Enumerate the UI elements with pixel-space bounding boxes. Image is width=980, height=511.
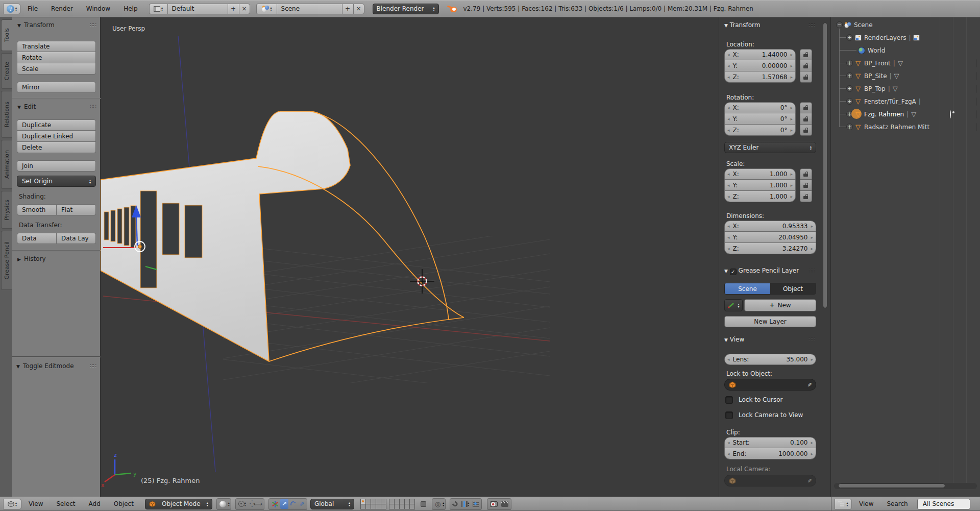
outliner-row-scene[interactable]: − Scene bbox=[831, 18, 980, 31]
menu-file[interactable]: File bbox=[21, 5, 44, 12]
tab-tools[interactable]: Tools bbox=[1, 19, 12, 51]
scale-manipulator-button[interactable]: ⇗ bbox=[298, 499, 306, 509]
render-engine-select[interactable]: Blender Render▴▾ bbox=[373, 4, 439, 14]
rotation-z-lock-button[interactable] bbox=[800, 125, 812, 136]
outliner-row-fenster-tuer[interactable]: + ▽ Fenster/Tür_FzgA | bbox=[831, 95, 980, 108]
render-toggle[interactable] bbox=[976, 85, 977, 92]
scale-x-lock-button[interactable] bbox=[800, 168, 812, 180]
3d-viewport[interactable]: z y x User Persp (25) Fzg. Rahmen bbox=[101, 17, 719, 497]
mirror-button[interactable]: Mirror bbox=[17, 82, 96, 93]
expand-icon[interactable]: + bbox=[846, 72, 853, 79]
opengl-render-image-button[interactable] bbox=[488, 499, 499, 509]
panel-grip[interactable]: ∷∷ bbox=[808, 21, 815, 28]
renderlayer-toggle-icon[interactable] bbox=[913, 35, 920, 41]
lock-to-object-field[interactable]: ✎ bbox=[724, 379, 816, 391]
tab-grease-pencil[interactable]: Grease Pencil bbox=[1, 231, 12, 290]
rotation-y-lock-button[interactable] bbox=[800, 113, 812, 125]
outliner-row-bp-top[interactable]: + ▽ BP_Top |▽ bbox=[831, 82, 980, 95]
gp-new-button[interactable]: +New bbox=[744, 299, 816, 311]
scale-z-field[interactable]: ◂Z:1.000▸ bbox=[724, 191, 796, 202]
duplicate-linked-button[interactable]: Duplicate Linked bbox=[17, 131, 96, 142]
render-toggle[interactable] bbox=[976, 111, 977, 118]
menu-window[interactable]: Window bbox=[80, 5, 116, 12]
grease-pencil-panel-header[interactable]: ▼ ✓ Grease Pencil Layer bbox=[724, 267, 799, 275]
expand-icon[interactable]: + bbox=[846, 85, 853, 92]
properties-scrollbar-thumb[interactable] bbox=[823, 22, 827, 308]
location-y-lock-button[interactable] bbox=[800, 60, 812, 71]
tab-create[interactable]: Create bbox=[1, 53, 12, 89]
layer-buttons[interactable] bbox=[360, 499, 415, 509]
shade-smooth-button[interactable]: Smooth bbox=[17, 204, 57, 215]
duplicate-button[interactable]: Duplicate bbox=[17, 119, 96, 131]
outliner-row-radsatz[interactable]: + ▽ Radsatz Rahmen Mitt bbox=[831, 120, 980, 133]
rotate-manipulator-button[interactable] bbox=[289, 499, 298, 509]
outliner-hscrollbar-thumb[interactable] bbox=[838, 483, 945, 488]
rotation-mode-select[interactable]: XYZ Euler▴▾ bbox=[724, 142, 816, 153]
delete-screen-layout-button[interactable]: × bbox=[239, 4, 250, 14]
local-camera-field[interactable]: ✎ bbox=[724, 475, 816, 486]
rotation-y-field[interactable]: ◂Y:0°▸ bbox=[724, 113, 796, 125]
tab-animation[interactable]: Animation bbox=[1, 140, 12, 189]
clip-end-field[interactable]: ◂End:1000.000▸ bbox=[724, 448, 816, 459]
location-z-field[interactable]: ◂Z:1.57068▸ bbox=[724, 71, 796, 83]
edit-panel-header[interactable]: ▼Edit bbox=[17, 103, 36, 110]
manipulator-toggle[interactable] bbox=[270, 499, 280, 509]
snap-toggle[interactable] bbox=[451, 499, 459, 509]
lens-field[interactable]: ◂Lens:35.000▸ bbox=[724, 354, 816, 365]
outliner-row-bp-site[interactable]: + ▽ BP_Site |▽ bbox=[831, 69, 980, 82]
location-y-field[interactable]: ◂Y:0.00000▸ bbox=[724, 60, 796, 71]
pivot-align-toggle[interactable]: ⁛⟷ bbox=[248, 499, 263, 509]
delete-scene-button[interactable]: × bbox=[353, 4, 364, 14]
outliner-row-bp-front[interactable]: + ▽ BP_Front |▽ bbox=[831, 57, 980, 69]
pivot-point-select[interactable]: ▴▾ bbox=[237, 499, 248, 509]
data-transfer-layout-button[interactable]: Data Lay bbox=[57, 233, 96, 244]
expand-icon[interactable]: + bbox=[846, 124, 853, 130]
panel-grip[interactable]: ∷∷ bbox=[90, 362, 96, 369]
rotation-z-field[interactable]: ◂Z:0°▸ bbox=[724, 125, 796, 136]
panel-grip[interactable]: ∷∷ bbox=[90, 21, 96, 28]
expand-icon[interactable]: + bbox=[846, 60, 853, 66]
set-origin-menu[interactable]: Set Origin▴▾ bbox=[17, 176, 96, 187]
lock-to-cursor-checkbox[interactable] bbox=[725, 396, 733, 404]
outliner-row-world[interactable]: World bbox=[831, 44, 980, 57]
dimensions-y-field[interactable]: ◂Y:20.04950▸ bbox=[724, 232, 816, 243]
translate-manipulator-button[interactable]: ↗ bbox=[280, 499, 288, 509]
add-scene-button[interactable]: + bbox=[342, 4, 353, 14]
transform-orientation-select[interactable]: Global▴▾ bbox=[310, 499, 354, 509]
rotate-button[interactable]: Rotate bbox=[17, 52, 96, 63]
location-x-lock-button[interactable] bbox=[800, 49, 812, 60]
screen-layout-name-field[interactable]: Default bbox=[167, 4, 228, 14]
redo-panel-header[interactable]: ▼Toggle Editmode bbox=[16, 362, 74, 370]
scale-y-lock-button[interactable] bbox=[800, 180, 812, 191]
location-z-lock-button[interactable] bbox=[800, 71, 812, 83]
delete-button[interactable]: Delete bbox=[17, 142, 96, 153]
outliner-display-filter[interactable]: All Scenes bbox=[917, 499, 970, 509]
add-screen-layout-button[interactable]: + bbox=[228, 4, 239, 14]
expand-icon[interactable]: + bbox=[846, 34, 853, 41]
eyedropper-icon[interactable]: ✎ bbox=[806, 478, 813, 483]
menu-help[interactable]: Help bbox=[117, 5, 143, 12]
scale-y-field[interactable]: ◂Y:1.000▸ bbox=[724, 180, 796, 191]
rotation-x-lock-button[interactable] bbox=[800, 102, 812, 113]
transform-panel-header[interactable]: ▼Transform bbox=[17, 21, 55, 29]
proportional-edit-select[interactable]: ◎▴▾ bbox=[432, 498, 446, 510]
panel-grip[interactable]: ∷∷ bbox=[808, 267, 815, 274]
render-toggle[interactable] bbox=[976, 60, 977, 67]
transform-panel-header[interactable]: ▼ Transform bbox=[724, 21, 760, 29]
editor-type-selector[interactable]: ▴▾ bbox=[835, 499, 852, 509]
screen-layout-browse-button[interactable]: ▴▾ bbox=[149, 4, 167, 14]
view-panel-header[interactable]: ▼ View bbox=[724, 336, 744, 343]
scale-z-lock-button[interactable] bbox=[800, 191, 812, 202]
panel-grip[interactable]: ∷∷ bbox=[90, 103, 96, 110]
data-transfer-data-button[interactable]: Data bbox=[17, 233, 57, 244]
lock-camera-to-view-checkbox[interactable] bbox=[725, 411, 733, 419]
translate-button[interactable]: Translate bbox=[17, 41, 96, 52]
scene-lock-toggle[interactable] bbox=[419, 499, 428, 509]
scale-button[interactable]: Scale bbox=[17, 63, 96, 75]
gp-source-object-tab[interactable]: Object bbox=[770, 283, 816, 294]
history-panel-header[interactable]: ▶History bbox=[17, 255, 46, 262]
collapse-icon[interactable]: − bbox=[836, 21, 843, 28]
outliner-row-renderlayers[interactable]: + RenderLayers | bbox=[831, 31, 980, 44]
grease-pencil-checkbox[interactable]: ✓ bbox=[730, 269, 737, 275]
menu-object[interactable]: Object bbox=[108, 500, 140, 507]
